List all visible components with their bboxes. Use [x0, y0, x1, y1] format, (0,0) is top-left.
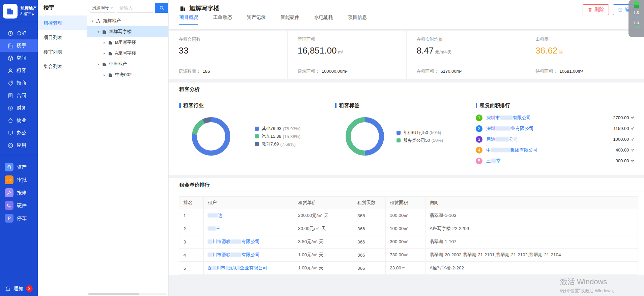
- submenu-item[interactable]: 楼宇列表: [38, 45, 87, 59]
- substat-cell: 建筑面积：100000.00m²: [288, 63, 407, 79]
- apps-icon: [7, 142, 13, 149]
- tab-5[interactable]: 水电能耗: [314, 14, 333, 25]
- rank-number-badge: 1: [476, 114, 482, 121]
- sidebar-item-label: 财务: [17, 105, 26, 111]
- approval-icon: [5, 175, 13, 184]
- sidebar-item-invest[interactable]: 招商: [0, 77, 38, 89]
- sidebar-item-notice[interactable]: 通知 3: [0, 285, 38, 292]
- tab-3[interactable]: 资产记录: [247, 14, 266, 25]
- sidebar-app-label: 审批: [17, 177, 27, 183]
- tree-node[interactable]: ▾旭辉地产: [87, 15, 168, 26]
- sidebar-item-property[interactable]: 物业: [0, 114, 38, 127]
- caret-expanded-icon[interactable]: ▾: [96, 30, 101, 34]
- tenant-link[interactable]: 三: [208, 226, 221, 231]
- company-link[interactable]: 中集团有限公司: [486, 147, 613, 153]
- substat-cell: 在租面积：6170.00m²: [407, 63, 526, 79]
- rent-table-header: 租赁天数: [353, 197, 386, 209]
- sidebar-app-parking[interactable]: 停车: [0, 212, 38, 225]
- caret-collapsed-icon[interactable]: ▸: [102, 52, 107, 55]
- sidebar-item-building[interactable]: 楼宇: [0, 39, 38, 52]
- tab-6[interactable]: 项目信息: [348, 14, 367, 25]
- legend-swatch: [255, 142, 259, 146]
- tenant-link[interactable]: 川市源联有限公司: [208, 239, 260, 244]
- page-title: 旭辉写字楼: [189, 4, 219, 12]
- tenant-link[interactable]: 深川市源联企业有限公司: [208, 265, 267, 270]
- org-sub: 3 楼宇▶: [20, 11, 37, 16]
- tenant-cell: 深川市源联企业有限公司: [204, 262, 294, 275]
- sidebar-item-office[interactable]: 办公: [0, 127, 38, 139]
- secondary-menu-items: 租控管理项目列表楼宇列表集合列表: [38, 16, 87, 74]
- submenu-item[interactable]: 租控管理: [38, 16, 87, 30]
- submenu-item[interactable]: 项目列表: [38, 30, 87, 45]
- censored-text: [226, 266, 228, 270]
- rank-number-badge: 4: [476, 147, 482, 154]
- sidebar-app-hardware[interactable]: 硬件: [0, 199, 38, 212]
- caret-expanded-icon[interactable]: ▾: [90, 19, 95, 23]
- sidebar-app-repair[interactable]: 报修: [0, 186, 38, 199]
- search-type-select[interactable]: 房源编号 ∨: [90, 3, 115, 13]
- tree-node[interactable]: ▸中海002: [87, 69, 168, 80]
- tree-hscrollbar[interactable]: [88, 293, 167, 295]
- rooms-cell: 翡翠湖-1-107: [426, 235, 638, 249]
- company-link[interactable]: 深圳业有限公司: [486, 126, 611, 132]
- caret-expanded-icon[interactable]: ▾: [96, 62, 101, 66]
- tab-2[interactable]: 工单动态: [213, 14, 232, 25]
- stat-cell: 在租合同数33: [169, 31, 288, 63]
- sidebar-item-apps[interactable]: 应用: [0, 139, 38, 152]
- sidebar-divider: [0, 22, 38, 22]
- sidebar-app-label: 报修: [17, 190, 27, 196]
- tenant-tag-legend: 年租6月付50(50%)服务类公司50(50%): [397, 130, 443, 143]
- tenant-industry-donut-chart: [192, 117, 231, 156]
- tree-node-label: 旭辉地产: [103, 18, 121, 24]
- search-input[interactable]: [117, 3, 153, 13]
- legend-percent: (50%): [431, 138, 443, 143]
- caret-collapsed-icon[interactable]: ▸: [102, 73, 107, 77]
- name-fragment: 企业有限公司: [240, 265, 267, 270]
- legend-label: 其他76.93: [262, 126, 282, 132]
- sidebar-app-approval[interactable]: 审批: [0, 173, 38, 186]
- sidebar-item-overview[interactable]: 总览: [0, 27, 38, 39]
- submenu-item[interactable]: 集合列表: [38, 59, 87, 74]
- tree-node[interactable]: ▾中海地产: [87, 59, 168, 69]
- tree-node-label: 旭辉写字楼: [109, 29, 132, 35]
- days-cell: 366: [353, 262, 386, 275]
- name-fragment: 中: [486, 147, 491, 153]
- stat-value: 16,851.00m²: [298, 45, 406, 56]
- sidebar-item-tenant[interactable]: 租客: [0, 64, 38, 77]
- tenant-link[interactable]: 达: [208, 213, 223, 218]
- tree-hscrollbar-thumb[interactable]: [88, 293, 139, 295]
- tree-node[interactable]: ▸B座写字楼: [87, 37, 168, 48]
- company-link[interactable]: 深圳市有限公司: [486, 115, 610, 121]
- tab-1[interactable]: 项目概况: [179, 14, 198, 25]
- org-switcher[interactable]: 旭辉地产 3 楼宇▶: [0, 0, 38, 22]
- substat-value: 186: [203, 69, 210, 74]
- building-icon: [108, 40, 113, 45]
- caret-collapsed-icon[interactable]: ▸: [102, 41, 107, 44]
- sidebar-app-asset[interactable]: 资产: [0, 161, 38, 173]
- bell-icon: [5, 286, 11, 292]
- legend-percent: (7.69%): [280, 142, 296, 147]
- name-fragment: 启迪: [486, 137, 495, 142]
- sidebar-item-finance[interactable]: 财务: [0, 102, 38, 114]
- censored-text: [500, 116, 513, 120]
- sidebar-item-space[interactable]: 空间: [0, 52, 38, 64]
- days-cell: 365: [353, 209, 386, 222]
- censored-text: [491, 148, 510, 152]
- tab-4[interactable]: 智能硬件: [281, 14, 299, 25]
- company-link[interactable]: 三堂: [486, 158, 613, 164]
- name-fragment: 公司: [509, 137, 518, 142]
- tree-node[interactable]: ▸A座写字楼: [87, 48, 168, 59]
- company-link[interactable]: 启迪公司: [486, 136, 610, 142]
- sidebar-item-label: 办公: [17, 130, 26, 136]
- office-icon: [7, 130, 13, 136]
- contract-icon: [7, 93, 13, 99]
- delete-button[interactable]: 删除: [583, 4, 609, 15]
- censored-text: [208, 226, 216, 231]
- tenant-link[interactable]: 川市源联有限公司: [208, 252, 260, 257]
- tree-node[interactable]: ▾旭辉写字楼: [87, 26, 168, 37]
- rent-price-rank-table: 排名租户租赁单价租赁天数租赁面积房间 1达200.00元/㎡·天365100.0…: [179, 196, 638, 275]
- days-cell: 366: [353, 249, 386, 262]
- search-button[interactable]: [155, 3, 168, 13]
- sidebar-item-contract[interactable]: 合同: [0, 89, 38, 102]
- censored-text: [237, 266, 240, 270]
